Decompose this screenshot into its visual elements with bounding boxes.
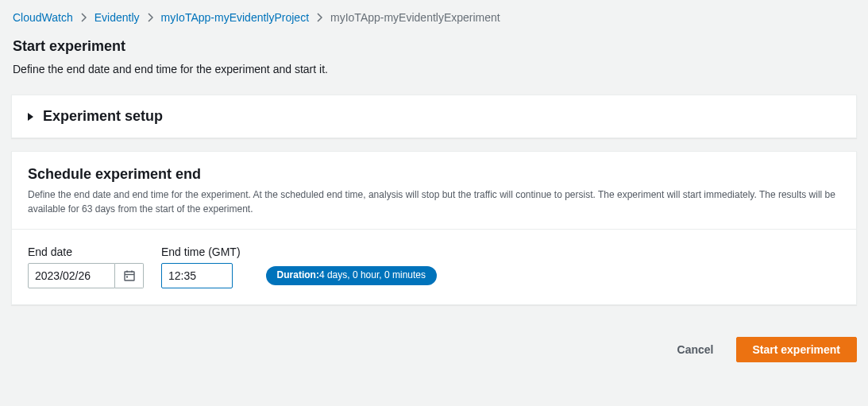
start-experiment-button[interactable]: Start experiment xyxy=(736,337,857,362)
chevron-right-icon xyxy=(148,13,153,22)
end-time-field: End time (GMT) xyxy=(161,246,241,288)
breadcrumb: CloudWatch Evidently myIoTApp-myEvidentl… xyxy=(13,11,857,24)
page-title: Start experiment xyxy=(13,38,857,55)
chevron-right-icon xyxy=(317,13,322,22)
breadcrumb-link-project[interactable]: myIoTApp-myEvidentlyProject xyxy=(161,11,309,24)
breadcrumb-current: myIoTApp-myEvidentlyExperiment xyxy=(330,11,500,24)
calendar-button[interactable] xyxy=(115,263,144,288)
footer-actions: Cancel Start experiment xyxy=(11,337,857,362)
experiment-setup-toggle[interactable]: Experiment setup xyxy=(12,95,856,137)
end-date-input-group xyxy=(28,263,144,288)
experiment-setup-title: Experiment setup xyxy=(43,108,163,125)
calendar-icon xyxy=(123,269,136,282)
schedule-panel-title: Schedule experiment end xyxy=(28,166,840,183)
cancel-button[interactable]: Cancel xyxy=(665,337,727,362)
duration-value: 4 days, 0 hour, 0 minutes xyxy=(319,269,426,280)
page-description: Define the end date and end time for the… xyxy=(13,63,857,75)
end-time-input[interactable] xyxy=(161,263,233,288)
schedule-fields: End date End time (GMT) xyxy=(28,246,840,288)
chevron-right-icon xyxy=(81,13,87,22)
caret-right-icon xyxy=(28,113,33,121)
duration-label: Duration: xyxy=(277,269,319,280)
breadcrumb-link-evidently[interactable]: Evidently xyxy=(95,11,140,24)
breadcrumb-link-cloudwatch[interactable]: CloudWatch xyxy=(13,11,73,24)
end-time-label: End time (GMT) xyxy=(161,246,241,258)
schedule-panel: Schedule experiment end Define the end d… xyxy=(11,151,857,305)
svg-rect-4 xyxy=(126,276,128,278)
end-date-field: End date xyxy=(28,246,144,288)
schedule-panel-description: Define the end date and end time for the… xyxy=(28,188,840,216)
end-date-input[interactable] xyxy=(28,263,115,288)
svg-rect-0 xyxy=(125,272,134,280)
duration-badge: Duration: 4 days, 0 hour, 0 minutes xyxy=(266,266,437,285)
schedule-panel-body: End date End time (GMT) xyxy=(12,230,856,304)
end-date-label: End date xyxy=(28,246,144,258)
schedule-panel-header: Schedule experiment end Define the end d… xyxy=(12,152,856,230)
experiment-setup-panel: Experiment setup xyxy=(11,95,857,138)
